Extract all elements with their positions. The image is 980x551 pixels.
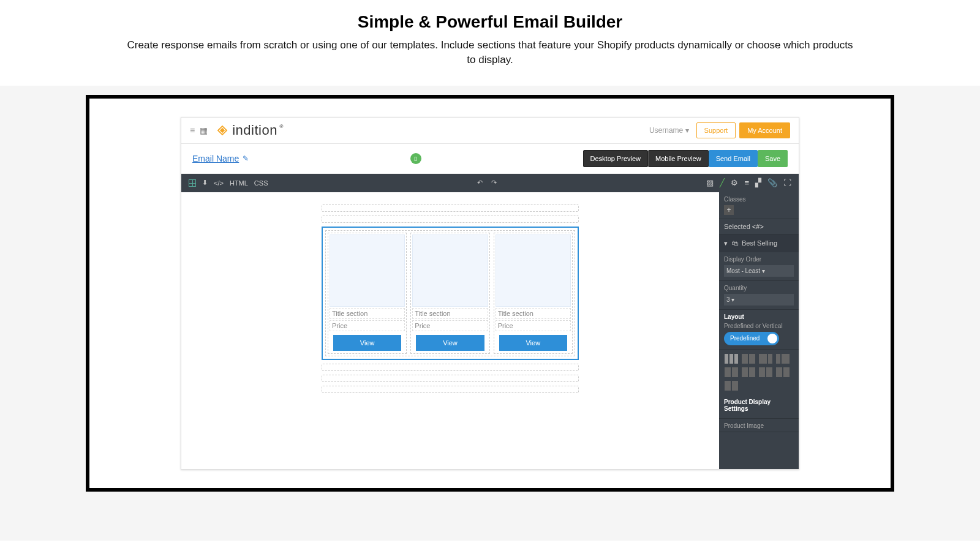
email-name-link[interactable]: Email Name [192,154,239,163]
price-section[interactable]: Price [496,320,571,331]
layout-preset[interactable] [724,380,739,391]
product-image-placeholder[interactable] [496,234,571,307]
my-account-button[interactable]: My Account [739,122,790,138]
view-button[interactable]: View [416,335,484,351]
logo[interactable]: indition [216,122,277,138]
quantity-label: Quantity [724,285,794,291]
title-section[interactable]: Title section [330,308,405,319]
username-dropdown[interactable]: Username ▾ [649,126,689,135]
image-off-icon[interactable]: ▨ [706,178,714,187]
display-order-select[interactable]: Most - Least ▾ [724,265,794,277]
canvas[interactable]: Title section Price View Title section P… [181,192,719,469]
download-icon[interactable]: ⬇ [202,179,208,187]
toggle-knob [767,334,777,343]
mobile-icon[interactable]: ▯ [410,153,421,164]
attachment-icon[interactable]: 📎 [767,178,777,187]
menu-icons: ≡ ▦ [190,126,208,135]
lines-icon[interactable]: ≡ [744,178,749,187]
display-order-label: Display Order [724,256,794,263]
edit-icon[interactable]: ✎ [243,154,249,163]
document-bar: Email Name ✎ ▯ Desktop Preview Mobile Pr… [181,144,799,174]
redo-icon[interactable]: ↷ [491,179,497,187]
grid-icon[interactable]: ▦ [200,126,208,135]
add-class-button[interactable]: + [724,205,734,215]
title-section[interactable]: Title section [496,308,571,319]
layout-preset[interactable] [724,353,739,364]
expand-icon[interactable]: ⛶ [783,178,791,187]
layout-label: Layout [724,313,794,320]
topbar: ≡ ▦ indition Username ▾ Support My Accou… [181,118,799,144]
placeholder-row[interactable] [322,204,579,212]
placeholder-row[interactable] [322,386,579,393]
quantity-select[interactable]: 3 ▾ [724,294,794,305]
product-image-placeholder[interactable] [412,234,488,307]
layout-preset[interactable] [758,353,773,364]
mobile-preview-button[interactable]: Mobile Preview [648,150,709,167]
best-selling-text: Best Selling [742,239,777,247]
product-image-placeholder[interactable] [330,234,405,307]
view-button[interactable]: View [499,335,567,351]
layout-preset[interactable] [775,353,790,364]
layout-preset[interactable] [741,367,756,378]
product-card[interactable]: Title section Price View [410,233,489,354]
predefined-label: Predefined or Vertical [724,323,794,329]
screenshot-frame: ≡ ▦ indition Username ▾ Support My Accou… [86,95,894,492]
view-button[interactable]: View [333,335,401,351]
layout-preset[interactable] [758,367,773,378]
grid-toggle-icon[interactable] [189,179,196,187]
brush-icon[interactable]: ╱ [720,178,725,187]
tool-strip: ⬇ </> HTML CSS ↶ ↷ ▨ ╱ ⚙ ≡ ▞ 📎 ⛶ [181,174,799,192]
html-button[interactable]: HTML [230,179,248,187]
product-display-settings-label: Product Display Settings [724,399,794,412]
placeholder-row[interactable] [322,216,579,223]
layout-preset[interactable] [741,353,756,364]
code-icon[interactable]: </> [214,179,224,187]
product-block[interactable]: Title section Price View Title section P… [322,227,579,360]
app-window: ≡ ▦ indition Username ▾ Support My Accou… [181,117,799,470]
logo-icon [216,124,228,137]
price-section[interactable]: Price [330,320,405,331]
hero-subtitle: Create response emails from scratch or u… [123,38,858,67]
product-image-label: Product Image [724,422,794,429]
layout-preset[interactable] [775,367,790,378]
chevron-down-icon: ▾ [724,239,728,247]
title-section[interactable]: Title section [412,308,488,319]
layout-presets [719,350,799,395]
gray-background: ≡ ▦ indition Username ▾ Support My Accou… [0,86,980,541]
layout-toggle[interactable]: Predefined [724,332,779,345]
layout-preset[interactable] [724,367,739,378]
save-button[interactable]: Save [758,150,788,167]
selected-label: Selected <#> [719,219,799,234]
logo-text: indition [232,122,277,138]
classes-label: Classes [724,196,794,203]
undo-icon[interactable]: ↶ [477,179,483,187]
hero-section: Simple & Powerful Email Builder Create r… [0,0,980,86]
send-email-button[interactable]: Send Email [709,150,758,167]
hero-title: Simple & Powerful Email Builder [24,12,956,32]
product-card[interactable]: Title section Price View [328,233,407,354]
bag-icon: 🛍 [731,239,738,247]
gear-icon[interactable]: ⚙ [731,178,738,187]
toggle-label: Predefined [730,335,760,342]
support-button[interactable]: Support [696,122,736,138]
placeholder-row[interactable] [322,364,579,371]
hamburger-icon[interactable]: ≡ [190,126,195,135]
workspace: Title section Price View Title section P… [181,192,799,469]
properties-panel: Classes + Selected <#> ▾ 🛍 Best Selling … [719,192,799,469]
css-button[interactable]: CSS [254,179,268,187]
blocks-icon[interactable]: ▞ [755,178,761,187]
product-card[interactable]: Title section Price View [494,233,573,354]
price-section[interactable]: Price [412,320,488,331]
placeholder-row[interactable] [322,375,579,382]
desktop-preview-button[interactable]: Desktop Preview [583,150,649,167]
best-selling-header[interactable]: ▾ 🛍 Best Selling [719,234,799,252]
